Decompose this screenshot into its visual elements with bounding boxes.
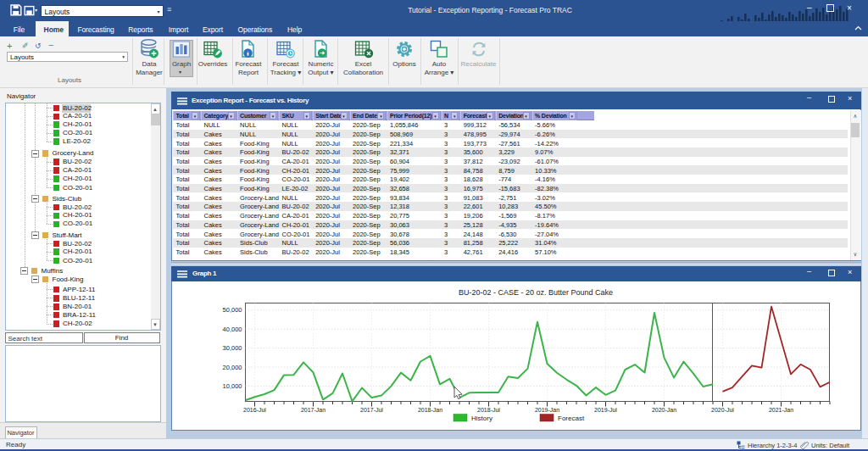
svg-text:2019-Jul: 2019-Jul: [594, 407, 617, 413]
svg-text:50,000: 50,000: [223, 306, 242, 314]
svg-text:BU-20-02 - CASE - 20 oz. Butte: BU-20-02 - CASE - 20 oz. Butter Pound Ca…: [459, 288, 613, 297]
svg-text:2017-Jul: 2017-Jul: [360, 407, 383, 413]
svg-text:30,000: 30,000: [223, 344, 242, 352]
svg-text:2019-Jan: 2019-Jan: [535, 407, 559, 413]
svg-text:2018-Jan: 2018-Jan: [418, 407, 442, 413]
svg-text:2020-Jan: 2020-Jan: [652, 407, 676, 413]
svg-text:2018-Jul: 2018-Jul: [477, 407, 500, 413]
svg-text:Forecast: Forecast: [558, 415, 585, 422]
svg-text:2020-Jul: 2020-Jul: [711, 407, 734, 413]
svg-text:2017-Jan: 2017-Jan: [301, 407, 326, 413]
svg-text:10,000: 10,000: [223, 382, 242, 390]
svg-text:2021-Jan: 2021-Jan: [769, 407, 793, 413]
svg-text:History: History: [471, 415, 492, 422]
svg-text:2016-Jul: 2016-Jul: [243, 407, 266, 413]
svg-text:20,000: 20,000: [223, 364, 242, 371]
svg-text:40,000: 40,000: [223, 326, 242, 333]
